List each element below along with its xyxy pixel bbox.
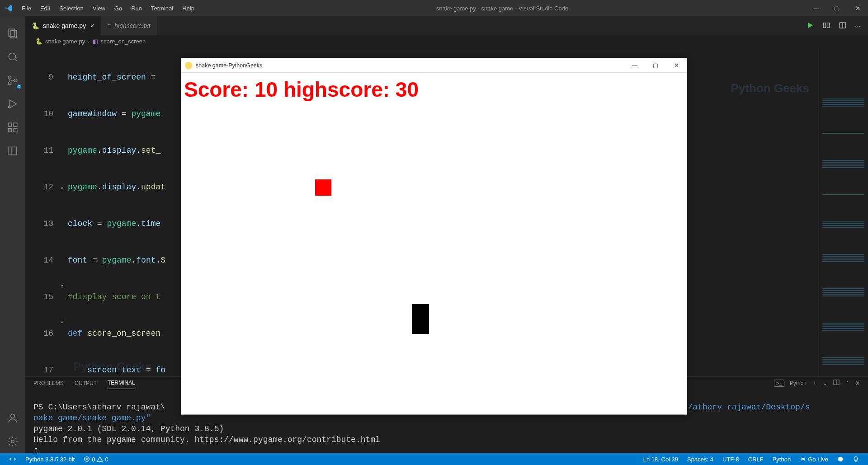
window-title: snake game.py - snake game - Visual Stud… xyxy=(199,5,806,12)
panel-tab-output[interactable]: OUTPUT xyxy=(75,377,97,389)
pygame-maximize-button[interactable]: ▢ xyxy=(645,58,666,73)
window-minimize-button[interactable]: — xyxy=(806,0,826,16)
status-eol[interactable]: CRLF xyxy=(744,456,768,463)
svg-point-2 xyxy=(9,53,15,60)
fold-chevron-icon[interactable]: ⌄ xyxy=(58,315,66,328)
split-terminal-icon[interactable] xyxy=(833,379,840,387)
svg-point-13 xyxy=(11,414,15,418)
svg-point-20 xyxy=(802,458,804,460)
search-icon[interactable] xyxy=(0,45,25,69)
panel-tab-terminal[interactable]: TERMINAL xyxy=(108,377,135,389)
breadcrumb-file[interactable]: snake game.py xyxy=(45,38,85,45)
menu-terminal[interactable]: Terminal xyxy=(146,2,178,14)
status-cursor-position[interactable]: Ln 18, Col 39 xyxy=(639,456,683,463)
split-editor-icon[interactable] xyxy=(839,21,847,31)
account-icon[interactable] xyxy=(0,406,25,430)
menu-edit[interactable]: Edit xyxy=(36,2,55,14)
svg-rect-8 xyxy=(8,123,12,127)
fold-chevron-icon[interactable]: ⌄ xyxy=(58,181,66,193)
status-bar: Python 3.8.5 32-bit 0 0 Ln 18, Col 39 Sp… xyxy=(0,453,868,465)
pygame-minimize-button[interactable]: — xyxy=(624,58,645,73)
game-score-text: Score: 10 highscore: 30 xyxy=(184,77,419,102)
library-icon[interactable] xyxy=(0,139,25,163)
pygame-close-button[interactable]: ✕ xyxy=(666,58,687,73)
tab-close-icon[interactable]: × xyxy=(90,22,94,29)
minimap[interactable] xyxy=(818,47,868,376)
explorer-icon[interactable] xyxy=(0,22,25,45)
tab-highscore-txt[interactable]: ≡ highscore.txt xyxy=(101,16,157,35)
status-errors[interactable]: 0 0 xyxy=(79,456,113,463)
extensions-icon[interactable] xyxy=(0,116,25,139)
menu-bar: File Edit Selection View Go Run Terminal… xyxy=(17,2,199,14)
tab-label: snake game.py xyxy=(43,22,86,29)
python-file-icon: 🐍 xyxy=(32,22,39,29)
status-python-version[interactable]: Python 3.8.5 32-bit xyxy=(21,456,79,463)
game-snake-block xyxy=(412,304,429,334)
status-language-mode[interactable]: Python xyxy=(768,456,795,463)
svg-rect-16 xyxy=(827,23,830,28)
run-debug-icon[interactable] xyxy=(0,92,25,116)
svg-point-14 xyxy=(11,440,14,443)
more-actions-icon[interactable]: ⋯ xyxy=(855,23,861,29)
compare-icon[interactable] xyxy=(822,21,830,31)
text-file-icon: ≡ xyxy=(107,22,111,29)
run-code-icon[interactable] xyxy=(806,21,814,31)
window-close-button[interactable]: ✕ xyxy=(847,0,868,16)
terminal-kernel-icon: >_ xyxy=(774,380,784,387)
breadcrumb-symbol[interactable]: score_on_screen xyxy=(101,38,146,45)
svg-rect-15 xyxy=(823,23,826,28)
svg-rect-9 xyxy=(14,123,17,127)
fold-column: ⌄ ⌄ ⌄ ⌄ ⌄ ⌄ ⌄ xyxy=(58,47,66,376)
menu-go[interactable]: Go xyxy=(110,2,127,14)
svg-point-5 xyxy=(14,79,17,82)
activity-bar xyxy=(0,16,25,453)
svg-rect-11 xyxy=(14,128,17,132)
svg-rect-12 xyxy=(9,147,16,155)
chevron-right-icon: › xyxy=(88,38,90,45)
svg-rect-10 xyxy=(8,128,12,132)
svg-point-4 xyxy=(8,82,11,85)
status-encoding[interactable]: UTF-8 xyxy=(718,456,744,463)
close-panel-icon[interactable]: ✕ xyxy=(855,380,860,386)
menu-view[interactable]: View xyxy=(88,2,110,14)
fold-chevron-icon[interactable]: ⌄ xyxy=(58,279,66,291)
line-number-gutter: 9 10 11 12 13 14 15 16 17 18 19 20 21 22… xyxy=(25,47,58,376)
menu-file[interactable]: File xyxy=(17,2,36,14)
svg-point-7 xyxy=(8,106,10,108)
pygame-window[interactable]: snake game-PythonGeeks — ▢ ✕ Score: 10 h… xyxy=(181,58,687,415)
window-maximize-button[interactable]: ▢ xyxy=(826,0,847,16)
panel-tab-problems[interactable]: PROBLEMS xyxy=(33,377,64,389)
breadcrumb: 🐍 snake game.py › ◧ score_on_screen xyxy=(25,35,868,47)
tab-label: highscore.txt xyxy=(114,22,150,29)
tab-snake-game-py[interactable]: 🐍 snake game.py × xyxy=(25,16,101,35)
settings-gear-icon[interactable] xyxy=(0,430,25,453)
svg-point-3 xyxy=(8,76,11,79)
menu-help[interactable]: Help xyxy=(178,2,199,14)
status-notifications-icon[interactable] xyxy=(848,456,863,462)
source-control-icon[interactable] xyxy=(0,69,25,92)
remote-indicator[interactable] xyxy=(5,456,21,463)
status-indentation[interactable]: Spaces: 4 xyxy=(683,456,718,463)
svg-point-21 xyxy=(838,457,843,462)
pygame-canvas[interactable]: Score: 10 highscore: 30 xyxy=(181,73,687,414)
new-terminal-icon[interactable]: ＋ xyxy=(812,379,817,387)
menu-selection[interactable]: Selection xyxy=(55,2,88,14)
maximize-panel-icon[interactable]: ⌃ xyxy=(845,380,850,386)
symbol-method-icon: ◧ xyxy=(93,38,98,45)
vscode-logo-icon xyxy=(5,4,13,12)
terminal-dropdown-icon[interactable]: ⌄ xyxy=(823,380,827,386)
pygame-window-title: snake game-PythonGeeks xyxy=(196,62,262,69)
status-feedback-icon[interactable] xyxy=(833,456,848,462)
status-go-live[interactable]: Go Live xyxy=(795,456,833,463)
python-file-icon: 🐍 xyxy=(35,38,42,45)
editor-tabs: 🐍 snake game.py × ≡ highscore.txt ⋯ xyxy=(25,16,868,35)
terminal-kernel-label[interactable]: Python xyxy=(790,380,807,386)
pygame-app-icon xyxy=(185,62,192,69)
game-food-block xyxy=(315,179,331,196)
pygame-titlebar: snake game-PythonGeeks — ▢ ✕ xyxy=(181,58,687,73)
title-bar: File Edit Selection View Go Run Terminal… xyxy=(0,0,868,16)
menu-run[interactable]: Run xyxy=(127,2,146,14)
